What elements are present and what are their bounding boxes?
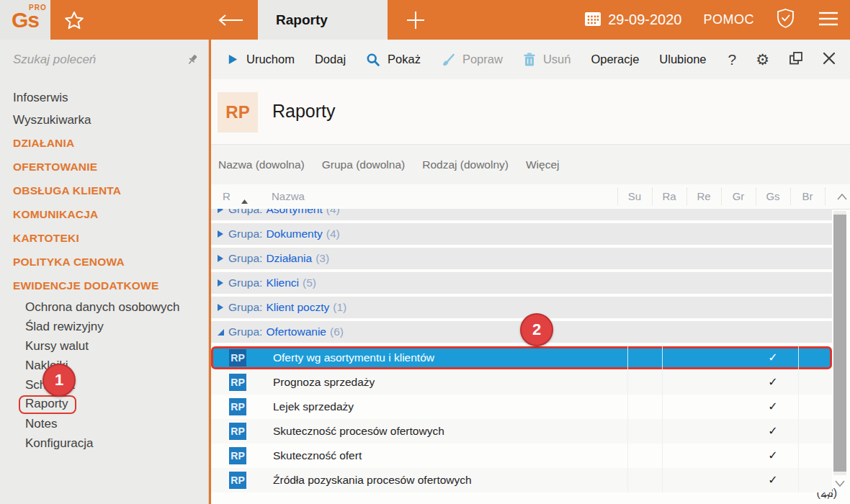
sidebar-item-ślad-rewizyjny[interactable]: Ślad rewizyjny [0, 317, 209, 336]
tree-expanded-icon[interactable] [217, 328, 225, 336]
sidebar-item-obsługa-klienta[interactable]: OBSŁUGA KLIENTA [0, 179, 209, 202]
sidebar-item-label: Ochrona danych osobowych [25, 300, 180, 315]
sidebar-item-wyszukiwarka[interactable]: Wyszukiwarka [0, 109, 209, 131]
report-row-lejek-sprzedaży[interactable]: RPLejek sprzedaży✓ [211, 395, 832, 419]
column-header-nazwa[interactable]: Nazwa [272, 190, 305, 202]
group-row-content: Grupa:Klient poczty(1) [211, 297, 832, 318]
filter-więcej[interactable]: Więcej [526, 158, 560, 171]
back-arrow-icon[interactable] [216, 13, 245, 27]
column-header-gr[interactable]: Gr [733, 190, 745, 202]
sidebar-item-infoserwis[interactable]: Infoserwis [0, 86, 209, 109]
help-button[interactable]: ? [728, 51, 736, 68]
shield-check-icon[interactable] [776, 8, 795, 32]
scroll-down-icon[interactable] [833, 477, 847, 490]
report-row-źródła-pozyskania-procesów-ofertowych[interactable]: RPŹródła pozyskania procesów ofertowych✓ [211, 468, 832, 492]
scrollbar-thumb[interactable] [833, 215, 846, 472]
close-icon[interactable] [823, 52, 836, 68]
report-name: Lejek sprzedaży [273, 400, 354, 413]
gear-icon[interactable]: ⚙ [756, 52, 769, 67]
group-row-klienci[interactable]: Grupa:Klienci(5) [211, 272, 832, 297]
pin-icon[interactable] [177, 53, 199, 66]
tab-raporty[interactable]: Raporty [258, 0, 388, 40]
column-header-br[interactable]: Br [802, 190, 813, 202]
report-row-skuteczność-procesów-ofertowych[interactable]: RPSkuteczność procesów ofertowych✓ [211, 419, 832, 444]
report-row-prognoza-sprzedaży[interactable]: RPPrognoza sprzedaży✓ [211, 370, 832, 395]
sidebar-item-label: Ślad rewizyjny [25, 320, 104, 334]
column-separator [662, 370, 663, 395]
search-placeholder: Szukaj poleceń [0, 53, 177, 67]
expand-collapse-hint: +/- [823, 491, 833, 501]
filter-nazwa-dowolna[interactable]: Nazwa (dowolna) [218, 158, 305, 171]
sidebar-item-polityka-cenowa[interactable]: POLITYKA CENOWA [0, 250, 209, 274]
command-search[interactable]: Szukaj poleceń [0, 40, 209, 79]
cascade-windows-icon[interactable] [789, 51, 803, 68]
sidebar-item-label: Raporty [19, 395, 76, 414]
column-separator [627, 419, 628, 444]
tree-collapsed-icon[interactable] [217, 279, 225, 287]
hamburger-menu-icon[interactable] [817, 10, 840, 30]
sidebar-item-konfiguracja[interactable]: Konfiguracja [0, 433, 209, 453]
sidebar-item-label: KARTOTEKI [13, 232, 79, 245]
group-count: (6) [330, 325, 344, 338]
column-header-su[interactable]: Su [628, 190, 641, 202]
group-prefix: Grupa: [228, 228, 262, 240]
sidebar-item-kartoteki[interactable]: KARTOTEKI [0, 226, 209, 250]
tree-collapsed-icon[interactable] [217, 230, 225, 238]
filter-rodzaj-dowolny[interactable]: Rodzaj (dowolny) [422, 158, 509, 171]
group-row-asortyment[interactable]: Grupa:Asortyment(4) [211, 209, 832, 223]
column-separator [662, 346, 663, 370]
column-separator [686, 188, 687, 205]
report-type-icon: RP [229, 472, 246, 489]
report-row-skuteczność-ofert[interactable]: RPSkuteczność ofert✓ [211, 444, 832, 468]
new-tab-plus-icon[interactable] [405, 9, 426, 31]
annotation-badge-1: 1 [42, 364, 76, 397]
tree-collapsed-icon[interactable] [217, 303, 225, 312]
dodaj-button[interactable]: Dodaj [315, 53, 346, 66]
sidebar-item-ofertowanie[interactable]: OFERTOWANIE [0, 155, 209, 179]
star-icon[interactable] [62, 9, 86, 31]
ulubione-button[interactable]: Ulubione [659, 53, 706, 66]
tree-collapsed-icon[interactable] [217, 254, 225, 263]
sidebar-item-raporty[interactable]: Raporty [0, 395, 209, 414]
date-button[interactable]: 29-09-2020 [584, 11, 681, 30]
sidebar-item-ochrona-danych-osobowych[interactable]: Ochrona danych osobowych [0, 297, 209, 317]
column-header-ra[interactable]: Ra [662, 190, 676, 202]
column-header-gs[interactable]: Gs [766, 190, 779, 202]
main-panel: UruchomDodajPokażPoprawUsuńOperacjeUlubi… [209, 40, 850, 504]
tab-label: Raporty [276, 12, 328, 28]
report-row-oferty-wg-asortymentu-i-klientów[interactable]: RPOferty wg asortymentu i klientów✓ [211, 346, 832, 370]
sidebar-item-schowek[interactable]: Schowek [0, 375, 209, 395]
scroll-up-icon[interactable] [835, 187, 849, 206]
group-row-działania[interactable]: Grupa:Działania(3) [211, 248, 832, 272]
popraw-button[interactable]: Popraw [441, 53, 503, 67]
group-prefix: Grupa: [228, 325, 262, 338]
uruchom-button[interactable]: Uruchom [227, 53, 295, 66]
column-separator [627, 444, 628, 468]
toolbar-button-label: Popraw [462, 53, 503, 66]
group-row-klient-poczty[interactable]: Grupa:Klient poczty(1) [211, 297, 832, 321]
group-row-content: Grupa:Dokumenty(4) [211, 223, 832, 245]
group-row-dokumenty[interactable]: Grupa:Dokumenty(4) [211, 223, 832, 248]
pokaż-button[interactable]: Pokaż [366, 53, 421, 67]
filter-grupa-dowolna[interactable]: Grupa (dowolna) [322, 158, 405, 171]
sidebar-item-działania[interactable]: DZIAŁANIA [0, 131, 209, 155]
sidebar-item-naklejki[interactable]: Naklejki [0, 356, 209, 375]
sidebar-item-label: Konfiguracja [25, 436, 94, 451]
column-separator [798, 395, 799, 419]
sidebar-item-kursy-walut[interactable]: Kursy walut [0, 336, 209, 356]
sidebar-item-notes[interactable]: Notes [0, 414, 209, 433]
report-list: Grupa:Asortyment(4)Grupa:Dokumenty(4)Gru… [211, 209, 832, 504]
annotation-badge-2: 2 [520, 313, 553, 346]
current-date: 29-09-2020 [608, 12, 681, 28]
column-separator [798, 370, 799, 395]
tree-collapsed-icon[interactable] [217, 209, 225, 214]
column-header-r[interactable]: R [223, 190, 231, 202]
sidebar-item-ewidencje-dodatkowe[interactable]: EWIDENCJE DODATKOWE [0, 274, 209, 297]
sidebar-item-label: Kursy walut [25, 339, 89, 354]
operacje-button[interactable]: Operacje [591, 53, 639, 66]
app-logo[interactable]: Gs PRO [0, 0, 50, 40]
column-header-re[interactable]: Re [697, 190, 710, 202]
help-menu[interactable]: POMOC [703, 12, 754, 27]
sidebar-item-komunikacja[interactable]: KOMUNIKACJA [0, 202, 209, 226]
usuń-button[interactable]: Usuń [523, 53, 571, 67]
